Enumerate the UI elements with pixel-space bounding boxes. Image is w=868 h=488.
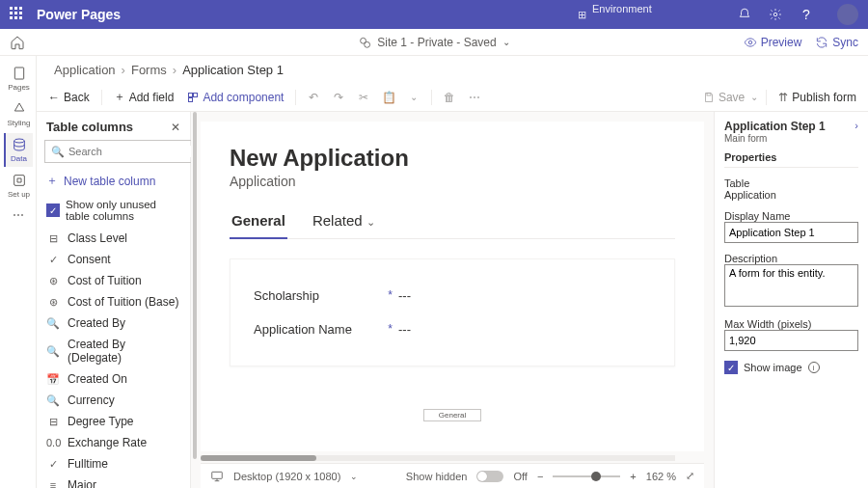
paste-icon[interactable]: 📋 (379, 88, 398, 107)
column-name: Created By (68, 316, 125, 330)
show-hidden-toggle[interactable] (476, 471, 503, 482)
tab-label-box[interactable]: General (423, 409, 481, 421)
columns-list: ⊟Class Level✓Consent⊛Cost of Tuition⊛Cos… (37, 228, 190, 488)
columns-search-input[interactable] (68, 146, 202, 157)
prop-table-value: Application (724, 189, 858, 201)
column-name: Major (68, 478, 96, 488)
cut-icon[interactable]: ✂ (354, 88, 373, 107)
info-icon[interactable]: i (808, 362, 820, 373)
column-type-icon: 🔍 (46, 317, 60, 330)
prop-description-label: Description (724, 253, 858, 264)
zoom-out-icon[interactable]: − (537, 471, 543, 482)
column-item[interactable]: 🔍Created By (37, 312, 190, 334)
preview-icon (744, 36, 757, 49)
canvas-horizontal-scrollbar[interactable] (201, 455, 675, 461)
columns-search[interactable]: 🔍 (44, 140, 208, 163)
environment-label: Environment (592, 3, 660, 14)
column-name: Created On (68, 372, 127, 386)
canvas-scrollbar[interactable] (193, 112, 197, 459)
new-column-button[interactable]: ＋ New table column (37, 169, 190, 193)
svg-point-0 (773, 13, 777, 16)
form-field[interactable]: Scholarship*--- (254, 279, 651, 312)
crumb-forms[interactable]: Forms (131, 63, 167, 77)
column-type-icon: 📅 (46, 373, 60, 386)
zoom-slider[interactable] (553, 475, 620, 477)
zoom-value: 162 % (646, 471, 676, 482)
form-section[interactable]: Scholarship*---Application Name*--- (230, 258, 675, 366)
prop-description-input[interactable] (724, 264, 858, 307)
add-component-button[interactable]: Add component (183, 89, 287, 106)
tab-general[interactable]: General (230, 206, 287, 238)
paste-chevron-icon[interactable]: ⌄ (404, 88, 423, 107)
column-item[interactable]: 📅Created On (37, 368, 190, 390)
column-item[interactable]: ✓Consent (37, 249, 190, 270)
crumb-application[interactable]: Application (54, 63, 116, 77)
prop-displayname-input[interactable] (724, 222, 858, 243)
rail-pages[interactable]: Pages (4, 62, 33, 95)
form-canvas[interactable]: New Application Application General Rela… (201, 122, 704, 451)
add-field-button[interactable]: ＋ Add field (110, 87, 178, 107)
viewport-label[interactable]: Desktop (1920 x 1080) (233, 471, 340, 482)
show-image-checkbox[interactable]: ✓ (724, 361, 738, 374)
columns-panel: Table columns ✕ 🔍 ▽ ⌄ ＋ New table column… (37, 112, 191, 488)
prop-maxwidth-input[interactable] (724, 330, 858, 351)
site-icon (358, 36, 371, 49)
form-canvas-column: New Application Application General Rela… (191, 112, 714, 488)
column-type-icon: ✓ (46, 254, 60, 266)
settings-gear-icon[interactable] (768, 7, 783, 22)
columns-panel-close-icon[interactable]: ✕ (171, 121, 180, 134)
rail-styling[interactable]: Styling (4, 97, 33, 131)
svg-rect-4 (14, 68, 23, 79)
zoom-in-icon[interactable]: + (630, 471, 636, 482)
publish-button[interactable]: ⇈ Publish form (774, 89, 860, 106)
prop-subtitle: Main form (724, 133, 826, 144)
delete-icon[interactable]: 🗑 (440, 88, 459, 107)
toggle-off-label: Off (513, 471, 527, 482)
column-item[interactable]: ✓Fulltime (37, 453, 190, 474)
back-button[interactable]: ← Back (44, 89, 94, 106)
column-item[interactable]: 🔍Currency (37, 390, 190, 411)
prop-expand-icon[interactable]: › (854, 120, 858, 131)
column-item[interactable]: 🔍Created By (Delegate) (37, 334, 190, 368)
column-name: Degree Type (68, 415, 134, 428)
field-label: Scholarship* (254, 288, 398, 303)
svg-rect-7 (189, 93, 193, 96)
more-icon[interactable]: ⋯ (465, 88, 484, 107)
unused-only-checkbox[interactable]: ✓ (46, 203, 60, 217)
preview-button[interactable]: Preview (744, 36, 802, 49)
column-item[interactable]: ≡Major (37, 474, 190, 488)
save-button[interactable]: Save⌄ (703, 91, 758, 104)
home-icon[interactable] (10, 35, 25, 50)
breadcrumb: Application › Forms › Application Step 1 (37, 56, 868, 83)
column-type-icon: 0.0 (46, 437, 60, 448)
rail-data[interactable]: Data (4, 133, 33, 167)
redo-icon[interactable]: ↷ (329, 88, 348, 107)
rail-setup[interactable]: Set up (4, 169, 33, 203)
column-item[interactable]: ⊟Degree Type (37, 411, 190, 432)
undo-icon[interactable]: ↶ (304, 88, 323, 107)
column-name: Class Level (68, 231, 127, 245)
column-item[interactable]: ⊟Class Level (37, 228, 190, 249)
column-item[interactable]: ⊛Cost of Tuition (37, 270, 190, 291)
sync-button[interactable]: Sync (815, 36, 858, 49)
notifications-icon[interactable] (737, 7, 752, 22)
column-type-icon: ⊟ (46, 232, 60, 245)
svg-point-5 (14, 139, 24, 143)
unused-only-label: Show only unused table columns (66, 199, 180, 222)
help-icon[interactable]: ? (799, 7, 814, 22)
nav-rail: Pages Styling Data Set up ⋯ (0, 56, 37, 488)
rail-more-icon[interactable]: ⋯ (13, 208, 24, 222)
app-launcher-icon[interactable] (10, 7, 25, 22)
site-info[interactable]: Site 1 - Private - Saved ⌄ (358, 36, 509, 49)
component-icon (187, 92, 199, 103)
svg-rect-11 (212, 472, 223, 478)
field-value: --- (398, 288, 411, 303)
column-item[interactable]: ⊛Cost of Tuition (Base) (37, 291, 190, 312)
column-item[interactable]: 0.0Exchange Rate (37, 432, 190, 453)
fit-icon[interactable]: ⤢ (686, 470, 694, 482)
show-image-label: Show image (744, 362, 802, 373)
user-avatar[interactable] (837, 4, 858, 25)
environment-badge[interactable]: ⊞ Environment (578, 3, 660, 25)
form-field[interactable]: Application Name*--- (254, 312, 651, 346)
tab-related[interactable]: Related⌄ (311, 206, 377, 238)
